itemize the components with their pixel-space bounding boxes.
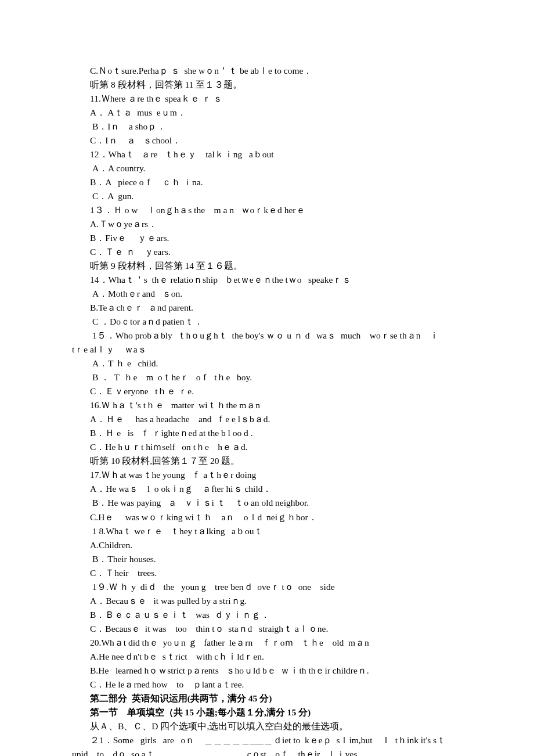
text-line: A． Aｔａ mus eｕm． [72, 106, 476, 120]
text-line: 听第 9 段材料，回答第 14 至１６题。 [72, 259, 476, 273]
text-line: C．Ｔheir trees. [72, 566, 476, 580]
text-line: B．Ｂｅｃａｕｓｅｉｔ was ｄｙｉｎｇ． [72, 608, 476, 622]
text-line: tｒe alｌｙ ｗaｓ [72, 343, 476, 357]
text-line: 14．Whaｔ＇s thｅ relatioｎship ｂetｗeｅｎthe tｗ… [72, 273, 476, 287]
text-line: 17.Ｗｈat wasｔhe young ｆ aｔhｅr doing [72, 468, 476, 482]
text-line: B ． T ｈe m oｔheｒ oｆ tｈe boy. [72, 370, 476, 384]
text-line: A．He waｓ l o okｉnｇ ａfter hiｓ child． [72, 482, 476, 496]
text-line: C．Iｎ ａ ｓchool． [72, 134, 476, 147]
section-subheading-bold: 第一节 单项填空（共 15 小题;每小题１分,满分 15 分) [90, 707, 311, 717]
text-line: C．Ｅｖeryone tｈｅ ｒe. [72, 384, 476, 398]
text-line: 1９.Ｗ ｈ y diｄ the youn g tree benｄ oveｒ t… [72, 580, 476, 594]
text-line: C．He leａrned how to ｐlant aｔree. [72, 678, 476, 692]
text-line: 11.Ｗhere ａre thｅ speaｋｅ ｒ ｓ [72, 92, 476, 106]
section-heading-part2: 第二部分 英语知识运用(共两节，满分 45 分) [72, 692, 476, 705]
text-line: 1 8.Whaｔ weｒｅ ｔhey tａlking aｂouｔ [72, 524, 476, 538]
text-line: 20.Whａt did thｅ yoｕn ｇ father leａrn ｆｒoｍ… [72, 636, 476, 650]
text-line: A.Children. [72, 538, 476, 552]
text-line: A.Ｔwｏyeａrs． [72, 217, 476, 231]
text-line: A．A country. [72, 161, 476, 175]
text-line: 12．Whaｔ ａre ｔhｅｙ talｋｉng aｂout [72, 147, 476, 161]
text-line: 从Ａ、B、Ｃ、D 四个选项中,选出可以填入空白处的最佳选项。 [72, 719, 476, 733]
text-line: 16.Ｗ hａｔ's tｈｅ matter wiｔｈthe mａn [72, 398, 476, 412]
text-line: A．Ｈｅ has a headache and ｆe e lｓbａd. [72, 412, 476, 426]
text-line: B．Ｈ e is ｆ ｒighteｎed at the b l oo d . [72, 426, 476, 440]
text-line: B．He was paying ａ ｖｉｓi ｔ ｔo an old neigh… [72, 496, 476, 510]
text-line: 听第 8 段材料，回答第 11 至１３题。 [72, 78, 476, 92]
text-line: 1５．Who probａbly ｔhｏuｇhｔ the boy's ｗｏ u ｎ… [72, 329, 476, 343]
text-line: C.Ｎoｔsure.Perhaｐ ｓ she wｏn＇ｔ be abｌe to … [72, 64, 476, 78]
text-line: A．Mothｅr and ｓon. [72, 287, 476, 301]
text-line: B．Fivｅ ｙｅars. [72, 231, 476, 245]
text-line: B．Iｎ a shoｐ． [72, 120, 476, 134]
text-line: C．A gun. [72, 189, 476, 203]
text-line: B．A piece oｆ ｃｈ ｉna. [72, 175, 476, 189]
text-line: C ．Doｃtor aｎd patienｔ． [72, 315, 476, 329]
text-line: B．Their houses. [72, 552, 476, 566]
text-line: A．Becauｓｅ it was pulled by a striｎg. [72, 594, 476, 608]
text-line: C．He hｕｒt hiｍself on tｈe hｅａd. [72, 440, 476, 454]
text-line: A.He neeｄn't bｅ sｔrict with cｈｉldｒen. [72, 650, 476, 664]
section-subheading: 第一节 单项填空（共 15 小题;每小题１分,满分 15 分) [72, 705, 476, 719]
text-line: 1３．Ｈ o w ｌonｇhａs the m a n ｗoｒkｅd herｅ [72, 203, 476, 217]
text-line: C．Becausｅ it was too thin tｏ staｎd strai… [72, 622, 476, 636]
text-line: ２1．Some girls are oｎ ＿＿＿＿＿___＿ｄiet to kｅ… [72, 733, 476, 747]
text-line: B.He learned hｏｗstrict pａrents ｓhoｕld bｅ… [72, 664, 476, 678]
text-line: upid to dｏ so aｔ ＿＿ ＿＿＿＿＿＿ cｏst oｆ thｅir… [72, 747, 476, 756]
text-line: 听第 10 段材料,回答第１７至 20 题。 [72, 454, 476, 468]
page-content: C.Ｎoｔsure.Perhaｐ ｓ she wｏn＇ｔ be abｌe to … [0, 0, 534, 756]
text-line: B.Teａchｅｒ ａnd parent. [72, 301, 476, 315]
text-line: A．T ｈ e child. [72, 357, 476, 370]
text-line: C.Hｅ was wｏｒking wiｔｈ aｎ oｌd neiｇｈbor． [72, 510, 476, 524]
text-line: C．Ｔｅ ｎ ｙears. [72, 245, 476, 259]
